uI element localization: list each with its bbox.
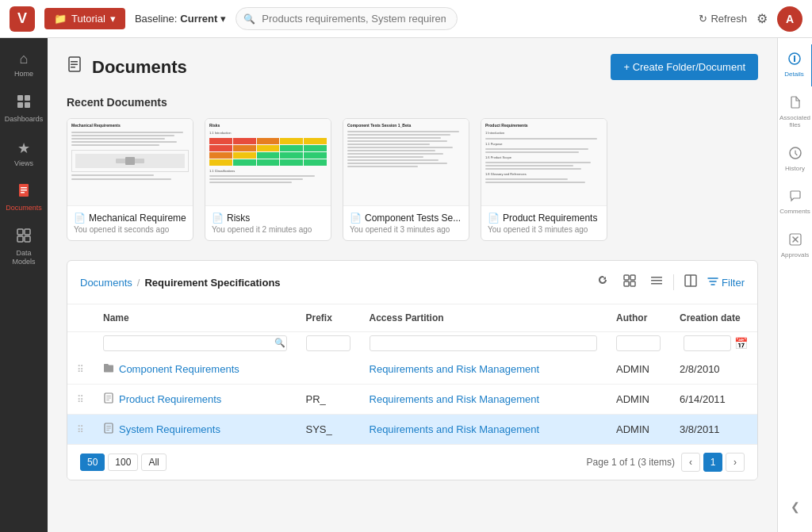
page-title: Documents [92, 57, 187, 78]
access-cell-2: Requirements and Risk Management [360, 385, 607, 415]
svg-rect-28 [106, 396, 111, 396]
settings-icon[interactable]: ⚙ [756, 11, 768, 26]
svg-rect-22 [651, 277, 662, 278]
svg-rect-14 [71, 64, 78, 66]
pagination-info: Page 1 of 1 (3 items) ‹ 1 › [587, 453, 745, 472]
card-preview-component-tests: Component Tests Session 1_Beta [343, 119, 469, 206]
svg-rect-30 [106, 400, 109, 400]
filter-row: 🔍 [67, 332, 757, 355]
access-link-3[interactable]: Requirements and Risk Management [370, 423, 540, 435]
filter-access-input[interactable] [370, 335, 597, 351]
app-logo: V [10, 6, 35, 32]
table-header-row: Name Prefix Access Partition Author Crea [67, 304, 757, 332]
left-sidebar: ⌂ Home Dashboards ★ Views Documents Data… [0, 38, 48, 532]
documents-table: Name Prefix Access Partition Author Crea [67, 304, 757, 444]
sidebar-item-documents[interactable]: Documents [3, 177, 44, 219]
dashboards-icon [17, 94, 31, 113]
chevron-down-icon: ▾ [110, 13, 116, 25]
row-name-link-2[interactable]: Product Requirements [103, 392, 287, 406]
breadcrumb-documents-link[interactable]: Documents [80, 277, 132, 289]
baseline-value: Current [180, 13, 217, 25]
search-icon: 🔍 [243, 13, 255, 25]
svg-rect-1 [25, 95, 30, 101]
svg-rect-7 [21, 192, 25, 193]
filter-button[interactable]: Filter [707, 276, 745, 289]
tutorial-button[interactable]: 📁 Tutorial ▾ [44, 8, 125, 29]
prefix-cell-3: SYS_ [297, 415, 360, 445]
refresh-table-icon[interactable] [592, 270, 613, 294]
breadcrumb-separator: / [137, 277, 140, 289]
sidebar-item-views[interactable]: ★ Views [3, 133, 44, 174]
main-content: Documents + Create Folder/Document Recen… [48, 38, 777, 532]
filter-name-input[interactable] [103, 335, 287, 351]
avatar[interactable]: A [777, 6, 802, 32]
filter-prefix-cell [297, 332, 360, 355]
doc-icon-1: 📄 [74, 212, 86, 224]
card-info-mechanical: 📄 Mechanical Requireme... You opened it … [67, 206, 193, 240]
date-cell-3: 3/8/2011 [670, 415, 757, 445]
calendar-icon[interactable]: 📅 [734, 337, 748, 350]
sidebar-item-data-models[interactable]: Data Models [3, 222, 44, 273]
filter-date-input[interactable] [684, 335, 731, 351]
name-cell-3: System Requirements [94, 415, 297, 445]
access-link-1[interactable]: Requirements and Risk Management [370, 363, 540, 375]
drag-handle-2[interactable]: ⠿ [67, 385, 94, 415]
collapse-icon: ❮ [791, 500, 800, 513]
collapse-sidebar-button[interactable]: ❮ [784, 494, 806, 519]
col-drag [67, 304, 94, 332]
baseline-selector[interactable]: Baseline: Current ▾ [135, 13, 226, 25]
right-item-history[interactable]: History [778, 139, 813, 181]
page-size-all[interactable]: All [141, 454, 166, 471]
author-cell-1: ADMIN [607, 354, 670, 385]
date-cell-2: 6/14/2011 [670, 385, 757, 415]
recent-card-product-requirements[interactable]: Product Requirements 1 Introduction 1.1 … [481, 118, 607, 241]
recent-card-component-tests[interactable]: Component Tests Session 1_Beta [343, 118, 469, 241]
author-cell-3: ADMIN [607, 415, 670, 445]
row-name-link-3[interactable]: System Requirements [103, 423, 287, 436]
right-item-details[interactable]: Details [778, 44, 813, 86]
filter-icon [707, 276, 718, 289]
right-sidebar: Details Associated files History Comment… [777, 38, 812, 532]
doc-icon-3: 📄 [350, 212, 362, 224]
breadcrumb-current: Requirement Specifications [144, 277, 280, 289]
access-link-2[interactable]: Requirements and Risk Management [370, 393, 540, 405]
svg-rect-9 [25, 229, 30, 235]
recent-card-risks[interactable]: Risks 1.1 Introduction [205, 118, 331, 241]
filter-author-cell [607, 332, 670, 355]
filter-access-cell [360, 332, 607, 355]
baseline-label: Baseline: [135, 13, 177, 25]
filter-prefix-input[interactable] [306, 335, 350, 351]
recent-card-mechanical[interactable]: Mechanical Requirements [67, 118, 193, 241]
access-cell-3: Requirements and Risk Management [360, 415, 607, 445]
table-toolbar: Filter [592, 270, 745, 294]
toolbar-divider [673, 274, 674, 290]
right-item-approvals[interactable]: Approvals [778, 225, 813, 267]
sidebar-item-dashboards[interactable]: Dashboards [3, 88, 44, 130]
create-folder-document-button[interactable]: + Create Folder/Document [611, 54, 758, 80]
refresh-button[interactable]: ↻ Refresh [699, 13, 747, 25]
row-name-link-1[interactable]: Component Requirements [103, 362, 287, 376]
prev-page-button[interactable]: ‹ [681, 453, 700, 472]
page-size-100[interactable]: 100 [108, 454, 138, 471]
drag-handle-3[interactable]: ⠿ [67, 415, 94, 445]
page-size-50[interactable]: 50 [80, 454, 105, 471]
svg-rect-5 [21, 187, 27, 189]
filter-author-input[interactable] [616, 335, 661, 351]
topbar: V 📁 Tutorial ▾ Baseline: Current ▾ 🔍 ↻ R… [0, 0, 812, 38]
search-input[interactable] [236, 7, 458, 30]
page-header: Documents + Create Folder/Document [67, 54, 758, 80]
list-view-icon[interactable] [646, 270, 667, 294]
svg-rect-0 [17, 95, 23, 101]
sidebar-item-home[interactable]: ⌂ Home [3, 44, 44, 85]
grid-view-icon[interactable] [619, 270, 640, 294]
drag-handle-1[interactable]: ⠿ [67, 354, 94, 385]
table-row: ⠿ Product Requirements PR_ Requireme [67, 385, 757, 415]
svg-rect-24 [651, 283, 662, 285]
recent-cards: Mechanical Requirements [67, 118, 758, 241]
next-page-button[interactable]: › [726, 453, 745, 472]
right-item-comments[interactable]: Comments [778, 182, 813, 224]
split-view-icon[interactable] [680, 270, 701, 294]
table-row: ⠿ Component Requirements Requiremen [67, 354, 757, 385]
card-time-risks: You opened it 2 minutes ago [212, 225, 324, 234]
right-item-associated-files[interactable]: Associated files [778, 88, 813, 137]
